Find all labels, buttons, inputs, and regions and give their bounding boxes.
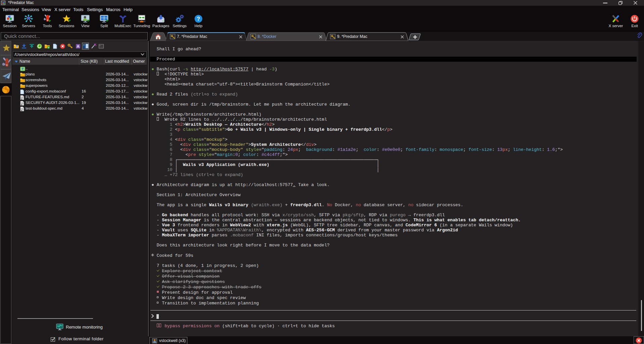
svg-text:A: A [77, 44, 80, 48]
svg-text:?: ? [197, 16, 200, 22]
svg-text:>: > [99, 45, 100, 47]
